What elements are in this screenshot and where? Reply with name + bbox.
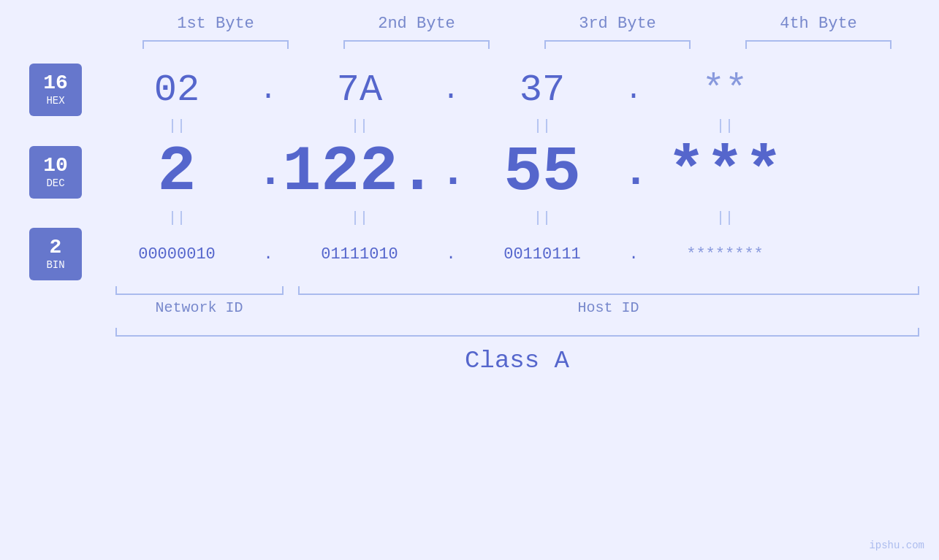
bracket-byte3 [544,40,691,49]
host-id-label: Host ID [298,299,919,316]
class-label: Class A [115,347,919,375]
big-bracket-row [115,328,919,337]
byte4-header: 4th Byte [745,15,892,33]
eq1-byte3: || [462,118,623,134]
dec-badge-number: 10 [43,156,68,176]
hex-byte4: ** [645,69,805,112]
hex-byte2: 7A [279,69,440,112]
dec-row: 10 DEC 2 . 122. . 55 . *** [29,136,939,208]
hex-dot3: . [623,74,645,107]
bin-dot2: . [440,245,462,264]
hex-values: 02 . 7A . 37 . ** [82,69,939,112]
main-container: 1st Byte 2nd Byte 3rd Byte 4th Byte 16 H… [0,0,939,560]
hex-dot2: . [440,74,462,107]
dec-byte1: 2 [96,136,257,208]
bracket-host [298,286,919,295]
hex-byte1: 02 [96,69,257,112]
dec-badge-label: DEC [46,177,64,189]
bracket-byte2 [343,40,490,49]
dec-dot1: . [257,147,279,197]
eq1-byte1: || [96,118,257,134]
byte2-header: 2nd Byte [343,15,490,33]
dec-dot2: . [440,147,462,197]
hex-badge-number: 16 [43,73,68,93]
dec-badge: 10 DEC [29,146,82,199]
hex-badge-label: HEX [46,95,64,107]
equals-row-1: || || || || [29,118,939,134]
equals-row-2: || || || || [29,210,939,226]
bin-byte1: 00000010 [96,245,257,264]
bottom-bracket-row [115,286,919,295]
hex-badge: 16 HEX [29,64,82,116]
bracket-byte1 [142,40,289,49]
eq2-byte4: || [645,210,805,226]
bin-byte4: ******** [645,245,805,264]
eq2-byte1: || [96,210,257,226]
byte1-header: 1st Byte [142,15,289,33]
hex-row: 16 HEX 02 . 7A . 37 . ** [29,64,939,116]
dec-dot3: . [623,147,645,197]
bottom-section: Network ID Host ID [115,286,919,316]
top-bracket-row [115,40,919,49]
bin-byte2: 01111010 [279,245,440,264]
dec-values: 2 . 122. . 55 . *** [82,136,939,208]
bin-row: 2 BIN 00000010 . 01111010 . 00110111 . *… [29,228,939,280]
bracket-byte4 [745,40,892,49]
bin-badge-label: BIN [46,259,64,271]
network-id-label: Network ID [115,299,284,316]
dec-byte3: 55 [462,136,623,208]
hex-dot1: . [257,74,279,107]
eq1-byte4: || [645,118,805,134]
eq2-byte3: || [462,210,623,226]
eq1-byte2: || [279,118,440,134]
bin-badge-number: 2 [50,237,62,258]
hex-byte3: 37 [462,69,623,112]
id-labels: Network ID Host ID [115,299,919,316]
dec-byte2: 122. [279,136,440,208]
bin-dot1: . [257,245,279,264]
byte3-header: 3rd Byte [544,15,691,33]
watermark: ipshu.com [869,540,924,551]
bin-values: 00000010 . 01111010 . 00110111 . *******… [82,245,939,264]
dec-byte4: *** [645,136,805,208]
byte-headers: 1st Byte 2nd Byte 3rd Byte 4th Byte [115,15,919,33]
big-bracket-line [115,328,919,337]
bin-badge: 2 BIN [29,228,82,280]
bin-dot3: . [623,245,645,264]
rows-area: 16 HEX 02 . 7A . 37 . ** || || || || [0,64,939,280]
eq2-byte2: || [279,210,440,226]
bin-byte3: 00110111 [462,245,623,264]
bracket-network [115,286,284,295]
